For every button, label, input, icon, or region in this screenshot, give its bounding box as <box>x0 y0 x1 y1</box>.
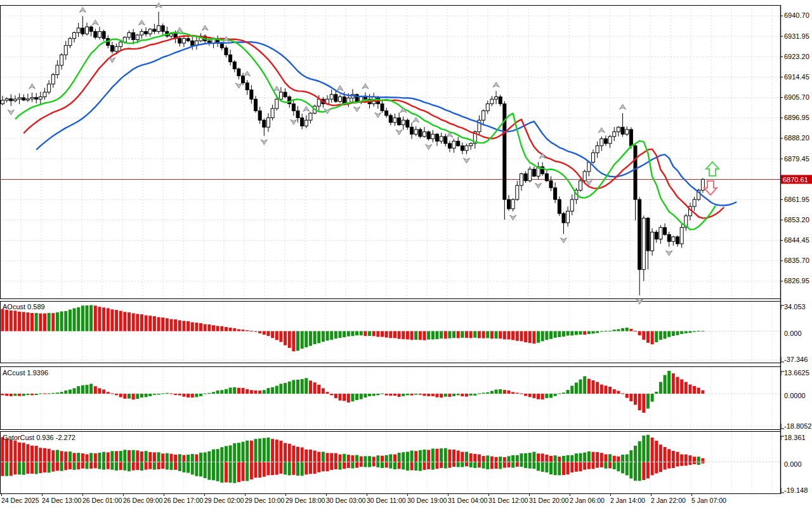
ao-tick-label: 34.053 <box>784 303 806 311</box>
time-tick-label: 31 Dec 20:00 <box>529 497 569 504</box>
time-tick-label: 29 Dec 10:00 <box>245 497 285 504</box>
time-tick-label: 26 Dec 09:00 <box>123 497 163 504</box>
time-tick-label: 26 Dec 17:00 <box>164 497 204 504</box>
time-tick-label: 29 Dec 02:00 <box>204 497 244 504</box>
price-scale[interactable]: 6940.706931.956923.206914.456905.706896.… <box>780 11 811 493</box>
ac-tick-label: -18.8052 <box>784 422 811 430</box>
ao-label: AOcust 0.589 <box>3 303 45 311</box>
ao-tick-label: 0.000 <box>784 330 802 337</box>
price-tick-label: 6923.20 <box>784 53 809 60</box>
time-tick-label: 30 Dec 19:00 <box>407 497 447 504</box>
ac-label: ACcust 1.9396 <box>3 369 48 377</box>
time-tick-label: 26 Dec 01:00 <box>82 497 122 504</box>
trading-chart-window: 6940.706931.956923.206914.456905.706896.… <box>0 0 812 508</box>
gator-tick-label: 0.000 <box>784 460 802 468</box>
current-price-marker: 6870.61 <box>781 175 812 184</box>
gator-label: GatorCust 0.936 -2.272 <box>3 434 75 441</box>
price-tick-label: 6931.95 <box>784 32 809 40</box>
time-tick-label: 2 Jan 14:00 <box>610 497 645 504</box>
price-tick-label: 6861.95 <box>784 196 809 203</box>
gator-tick-label: -19.148 <box>784 486 808 494</box>
price-tick-label: 6853.20 <box>784 216 809 224</box>
price-tick-label: 6835.70 <box>784 257 809 264</box>
chart-canvas: 6940.706931.956923.206914.456905.706896.… <box>0 0 812 508</box>
price-tick-label: 6905.70 <box>784 93 809 101</box>
price-tick-label: 6826.95 <box>784 277 809 284</box>
time-tick-label: 24 Dec 2025 <box>1 497 39 504</box>
price-tick-label: 6896.95 <box>784 114 809 121</box>
time-tick-label: 5 Jan 07:00 <box>691 497 726 504</box>
price-tick-label: 6940.70 <box>784 11 809 19</box>
time-scale[interactable]: 24 Dec 202524 Dec 13:0026 Dec 01:0026 De… <box>1 494 726 505</box>
time-tick-label: 2 Jan 06:00 <box>570 497 605 504</box>
time-tick-label: 29 Dec 18:00 <box>285 497 325 504</box>
price-tick-label: 6914.45 <box>784 73 809 81</box>
price-tick-label: 6879.45 <box>784 155 809 163</box>
ac-tick-label: 0.0000 <box>784 392 806 399</box>
gator-tick-label: 18.361 <box>784 434 806 441</box>
time-tick-label: 2 Jan 22:00 <box>651 497 686 504</box>
time-tick-label: 31 Dec 04:00 <box>448 497 488 504</box>
time-tick-label: 30 Dec 11:00 <box>367 497 406 504</box>
ac-tick-label: 13.6625 <box>784 369 809 377</box>
time-tick-label: 30 Dec 03:00 <box>326 497 366 504</box>
price-tick-label: 6888.20 <box>784 134 809 142</box>
ao-tick-label: -37.346 <box>784 356 808 363</box>
current-price-label: 6870.61 <box>783 176 808 184</box>
price-tick-label: 6844.45 <box>784 236 809 244</box>
time-tick-label: 24 Dec 13:00 <box>42 497 82 504</box>
time-tick-label: 31 Dec 12:00 <box>488 497 528 504</box>
